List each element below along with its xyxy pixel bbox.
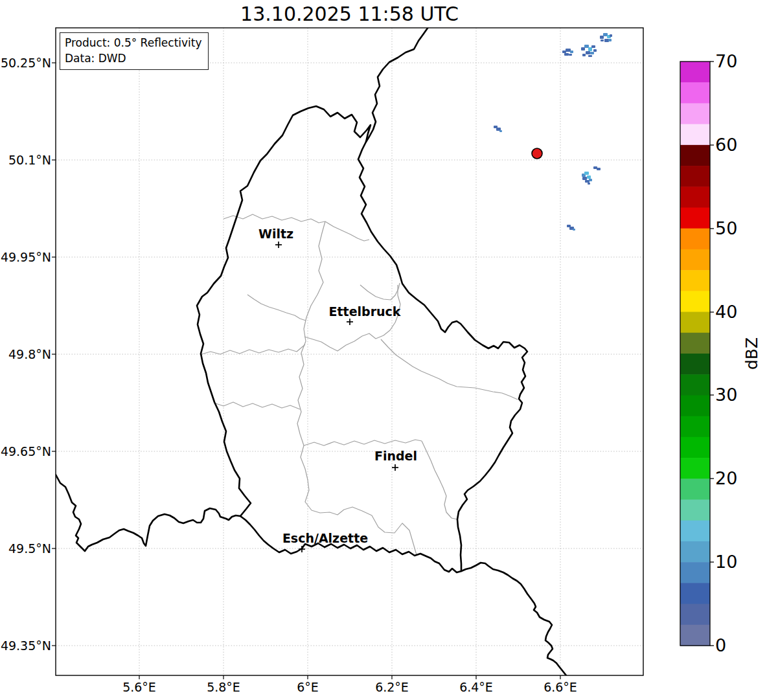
colorbar-segment <box>680 270 710 291</box>
colorbar-segment <box>680 291 710 312</box>
plot-frame <box>56 28 643 675</box>
figure-canvas <box>0 0 767 700</box>
colorbar-segment <box>680 62 710 83</box>
radar-echo <box>564 53 569 56</box>
canton-border <box>304 440 422 446</box>
colorbar-segment <box>680 333 710 354</box>
colorbar-segment <box>680 500 710 521</box>
radar-echo <box>582 54 586 56</box>
canton-border <box>360 283 400 300</box>
colorbar-segment <box>680 103 710 124</box>
radar-echo <box>589 179 592 181</box>
colorbar-segment <box>680 374 710 396</box>
radar-echo <box>608 39 612 41</box>
country-border <box>366 27 428 142</box>
colorbar-segment <box>680 479 710 500</box>
radar-figure: 13.10.2025 11:58 UTC Product: 0.5° Refle… <box>0 0 767 700</box>
colorbar-segment <box>680 166 710 187</box>
radar-echo <box>499 130 502 132</box>
colorbar-segment <box>680 208 710 229</box>
radar-echo <box>570 51 573 53</box>
radar-echo <box>603 33 608 36</box>
canton-border <box>214 402 300 409</box>
radar-echo <box>600 36 604 39</box>
canton-border <box>201 344 305 354</box>
radar-echo <box>587 175 591 179</box>
colorbar-segment <box>680 541 710 563</box>
radar-echo <box>581 47 585 51</box>
canton-border <box>325 221 369 241</box>
colorbar-unit-label: dBZ <box>742 337 761 370</box>
radar-echo <box>593 49 597 52</box>
info-product-line: Product: 0.5° Reflectivity <box>65 35 202 51</box>
radar-echo <box>573 229 575 231</box>
radar-echo <box>610 34 612 37</box>
country-border <box>461 563 566 675</box>
info-box: Product: 0.5° Reflectivity Data: DWD <box>60 32 209 70</box>
radar-echo <box>588 183 590 185</box>
radar-echo <box>585 180 590 183</box>
radar-echo <box>566 49 571 52</box>
info-source-line: Data: DWD <box>65 51 202 66</box>
colorbar-segment <box>680 186 710 208</box>
radar-echo <box>569 54 572 56</box>
colorbar-segment <box>680 145 710 166</box>
red-marker <box>532 148 542 159</box>
colorbar-segment <box>680 312 710 333</box>
country-border-luxembourg <box>197 106 527 572</box>
colorbar-segment <box>680 395 710 416</box>
radar-echo <box>582 177 587 180</box>
figure-title: 13.10.2025 11:58 UTC <box>56 3 643 25</box>
colorbar-segment <box>680 437 710 458</box>
canton-border <box>247 295 306 321</box>
radar-echo <box>591 45 595 48</box>
colorbar-segment <box>680 229 710 250</box>
colorbar-segment <box>680 458 710 479</box>
country-border <box>56 475 240 551</box>
colorbar-segment <box>680 604 710 626</box>
colorbar-segment <box>680 521 710 542</box>
radar-echo <box>604 39 609 42</box>
radar-echo <box>584 45 589 48</box>
radar-echo <box>584 172 589 175</box>
map-plot-area <box>56 27 643 675</box>
radar-echo <box>588 55 592 57</box>
colorbar-segment <box>680 249 710 271</box>
canton-border <box>422 441 457 519</box>
colorbar-segment <box>680 124 710 146</box>
radar-echo <box>590 52 594 54</box>
canton-border <box>223 214 325 223</box>
canton-border <box>304 285 400 351</box>
colorbar-segment <box>680 416 710 438</box>
colorbar-segment <box>680 354 710 375</box>
colorbar-segment <box>680 562 710 583</box>
colorbar-segment <box>680 583 710 604</box>
radar-echo <box>588 47 592 51</box>
colorbar-segment <box>680 625 710 646</box>
colorbar-segment <box>680 82 710 104</box>
radar-echo <box>601 40 604 41</box>
radar-echo <box>586 51 590 54</box>
radar-echo <box>597 168 601 170</box>
